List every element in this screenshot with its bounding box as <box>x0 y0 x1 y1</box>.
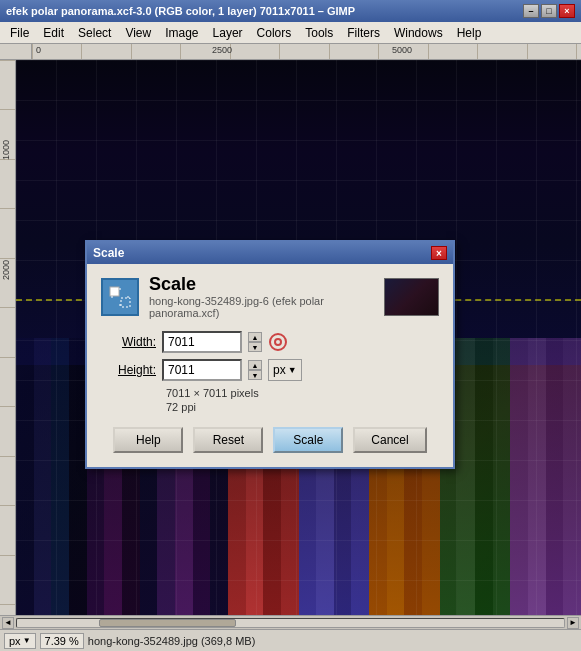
unit-selector[interactable]: px ▼ <box>4 633 36 649</box>
svg-rect-1 <box>121 298 130 307</box>
scroll-left-button[interactable]: ◄ <box>2 617 14 629</box>
width-input[interactable] <box>162 331 242 353</box>
h-scrollbar: ◄ ► <box>0 615 581 629</box>
unit-dropdown-value: px <box>273 363 286 377</box>
dialog-title-label: Scale <box>93 246 124 260</box>
title-bar: efek polar panorama.xcf-3.0 (RGB color, … <box>0 0 581 22</box>
vbar-30 <box>546 338 564 616</box>
vbar-0 <box>16 338 34 616</box>
height-row: Height: ▲ ▼ px ▼ <box>101 359 439 381</box>
menu-tools[interactable]: Tools <box>299 24 339 42</box>
ruler-corner <box>16 44 32 60</box>
window-controls: – □ × <box>523 4 575 18</box>
close-button[interactable]: × <box>559 4 575 18</box>
menu-layer[interactable]: Layer <box>207 24 249 42</box>
dialog-buttons: Help Reset Scale Cancel <box>101 427 439 457</box>
info-pixels: 7011 × 7011 pixels <box>166 387 439 399</box>
dialog-preview-image <box>384 278 439 316</box>
dialog-main-title: Scale <box>149 274 374 295</box>
menu-bar: File Edit Select View Image Layer Colors… <box>0 22 581 44</box>
scale-button[interactable]: Scale <box>273 427 343 453</box>
reset-button[interactable]: Reset <box>193 427 263 453</box>
h-scrollbar-track[interactable] <box>16 618 565 628</box>
vbar-25 <box>457 338 475 616</box>
app-window: efek polar panorama.xcf-3.0 (RGB color, … <box>0 0 581 651</box>
dialog-close-button[interactable]: × <box>431 246 447 260</box>
height-spin-up[interactable]: ▲ <box>248 360 262 370</box>
width-spin-up[interactable]: ▲ <box>248 332 262 342</box>
vbar-3 <box>69 338 87 616</box>
zoom-level[interactable]: 7.39 % <box>40 633 84 649</box>
vbar-29 <box>528 338 546 616</box>
window-title: efek polar panorama.xcf-3.0 (RGB color, … <box>6 5 355 17</box>
ruler-v-mark-1000: 1000 <box>1 140 11 160</box>
chain-link-icon[interactable] <box>268 332 288 352</box>
dialog-title-bar: Scale × <box>87 242 453 264</box>
height-label: Height: <box>101 363 156 377</box>
menu-windows[interactable]: Windows <box>388 24 449 42</box>
menu-colors[interactable]: Colors <box>251 24 298 42</box>
menu-image[interactable]: Image <box>159 24 204 42</box>
width-label: Width: <box>101 335 156 349</box>
ruler-mark-5000: 5000 <box>392 45 412 55</box>
menu-help[interactable]: Help <box>451 24 488 42</box>
ruler-mark-0: 0 <box>36 45 41 55</box>
vbar-31 <box>563 338 581 616</box>
vbar-28 <box>510 338 528 616</box>
width-spinner: ▲ ▼ <box>248 332 262 352</box>
menu-file[interactable]: File <box>4 24 35 42</box>
unit-dropdown-arrow: ▼ <box>288 365 297 375</box>
status-filename: hong-kong-352489.jpg (369,8 MB) <box>88 635 256 647</box>
menu-filters[interactable]: Filters <box>341 24 386 42</box>
height-spinner: ▲ ▼ <box>248 360 262 380</box>
dialog-heading-text: Scale hong-kong-352489.jpg-6 (efek polar… <box>149 274 374 319</box>
vertical-ruler: 1000 2000 <box>0 60 16 615</box>
width-spin-down[interactable]: ▼ <box>248 342 262 352</box>
dialog-content: Scale hong-kong-352489.jpg-6 (efek polar… <box>87 264 453 467</box>
vbar-26 <box>475 338 493 616</box>
maximize-button[interactable]: □ <box>541 4 557 18</box>
menu-edit[interactable]: Edit <box>37 24 70 42</box>
unit-value: px <box>9 635 21 647</box>
horizontal-ruler: 0 2500 5000 <box>0 44 581 60</box>
unit-dropdown[interactable]: px ▼ <box>268 359 302 381</box>
scale-icon-svg <box>108 285 132 309</box>
unit-dropdown-icon: ▼ <box>23 636 31 645</box>
ruler-v-inner: 1000 2000 <box>0 60 15 615</box>
minimize-button[interactable]: – <box>523 4 539 18</box>
vbar-27 <box>493 338 511 616</box>
ruler-v-mark-2000: 2000 <box>1 260 11 280</box>
svg-rect-0 <box>110 287 119 296</box>
scroll-right-button[interactable]: ► <box>567 617 579 629</box>
cancel-button[interactable]: Cancel <box>353 427 426 453</box>
width-row: Width: ▲ ▼ <box>101 331 439 353</box>
ruler-mark-2500: 2500 <box>212 45 232 55</box>
status-bar: px ▼ 7.39 % hong-kong-352489.jpg (369,8 … <box>0 629 581 651</box>
vbar-1 <box>34 338 52 616</box>
menu-select[interactable]: Select <box>72 24 117 42</box>
info-ppi: 72 ppi <box>166 401 439 413</box>
scale-dialog: Scale × Scale hong-kong <box>85 240 455 469</box>
ruler-h-inner: 0 2500 5000 <box>32 44 581 59</box>
h-scrollbar-thumb[interactable] <box>99 619 236 627</box>
help-button[interactable]: Help <box>113 427 183 453</box>
height-spin-down[interactable]: ▼ <box>248 370 262 380</box>
height-input[interactable] <box>162 359 242 381</box>
scale-dialog-icon <box>101 278 139 316</box>
dialog-header: Scale hong-kong-352489.jpg-6 (efek polar… <box>101 274 439 319</box>
menu-view[interactable]: View <box>119 24 157 42</box>
dialog-subtitle: hong-kong-352489.jpg-6 (efek polar panor… <box>149 295 374 319</box>
vbar-2 <box>51 338 69 616</box>
